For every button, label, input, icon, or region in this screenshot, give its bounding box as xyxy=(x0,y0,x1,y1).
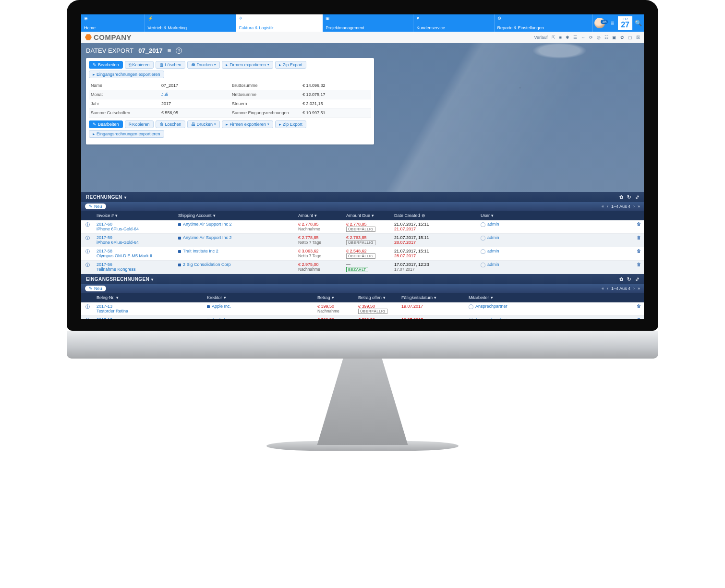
invoice-link[interactable]: 2017-60 xyxy=(97,222,172,227)
invoice-link[interactable]: 2017-59 xyxy=(97,235,172,240)
section-expand-icon[interactable]: ⤢ xyxy=(635,276,639,282)
new-button[interactable]: ✎ Neu xyxy=(85,286,106,291)
invoice-link[interactable]: 2017-56 xyxy=(97,262,172,267)
delete-icon[interactable]: 🗑 xyxy=(631,261,644,274)
table-row[interactable]: ⓘ 2017-58Olympus OM-D E-M5 Mark II Trait… xyxy=(81,247,644,261)
search-icon[interactable]: 🔍 xyxy=(632,14,644,32)
invoice-sub[interactable]: iPhone 6Plus-Gold-64 xyxy=(97,240,172,245)
table-row[interactable]: ⓘ 2017-60iPhone 6Plus-Gold-64 Anytime Ai… xyxy=(81,220,644,234)
info-icon[interactable]: ⓘ xyxy=(81,247,94,260)
table-row[interactable]: ⓘ 2017-59iPhone 6Plus-Gold-64 Anytime Ai… xyxy=(81,234,644,247)
col-offen[interactable]: Betrag offen ▾ xyxy=(355,293,399,302)
kreditor-link[interactable]: Apple Inc. xyxy=(212,317,231,319)
export-firms-button[interactable]: ▸ Firmen exportieren ▾ xyxy=(222,120,273,128)
export-incoming-button[interactable]: ▸ Eingangsrechnungen exportieren xyxy=(89,130,164,138)
invoice-sub[interactable]: iPhone 6Plus-Gold-64 xyxy=(97,227,172,231)
mitarbeiter-link[interactable]: Ansprechpartner xyxy=(469,317,508,319)
tool-refresh-icon[interactable]: ⟳ xyxy=(589,35,593,40)
tool-delete-icon[interactable]: ☒ xyxy=(636,35,640,40)
pager-first-icon[interactable]: « xyxy=(602,204,604,209)
delete-button[interactable]: 🗑 Löschen xyxy=(156,120,185,128)
table-row[interactable]: ⓘ 2017-13Testorder Retina Apple Inc. € 3… xyxy=(81,302,644,316)
chevron-down-icon[interactable]: ▾ xyxy=(124,195,126,200)
nav-tab-projektmanagement[interactable]: ▣Projektmanagement xyxy=(323,14,413,32)
avatar[interactable]: 35 xyxy=(594,18,605,28)
nav-tab-kundenservice[interactable]: ♥Kundenservice xyxy=(413,14,494,32)
section-gear-icon[interactable]: ✿ xyxy=(619,194,623,200)
pager-next-icon[interactable]: › xyxy=(633,286,635,291)
menu-icon[interactable]: ≡ xyxy=(606,14,618,32)
beleg-link[interactable]: 2017-12 xyxy=(97,317,201,319)
col-due[interactable]: Amount Due ▾ xyxy=(343,211,391,220)
tool-pin-icon[interactable]: ⇱ xyxy=(552,35,556,40)
print-button[interactable]: 🖶 Drucken ▾ xyxy=(187,61,220,69)
copy-button[interactable]: ⎘ Kopieren xyxy=(125,61,154,69)
beleg-link[interactable]: 2017-13 xyxy=(97,304,201,309)
pager-first-icon[interactable]: « xyxy=(602,286,604,291)
col-betrag[interactable]: Betrag ▾ xyxy=(314,293,355,302)
nav-tab-faktura-logistik[interactable]: ✈Faktura & Logistik xyxy=(236,14,323,32)
list-icon[interactable]: ≡ xyxy=(168,47,171,54)
user-link[interactable]: admin xyxy=(481,262,499,267)
invoice-sub[interactable]: Olympus OM-D E-M5 Mark II xyxy=(97,253,172,258)
tool-target-icon[interactable]: ◎ xyxy=(597,35,601,40)
zip-export-button[interactable]: ▸ Zip Export xyxy=(275,61,306,69)
tool-user-icon[interactable]: ☰ xyxy=(573,35,577,40)
info-icon[interactable]: ⓘ xyxy=(81,261,94,274)
col-user[interactable]: User ▾ xyxy=(478,211,631,220)
tool-box-icon[interactable]: ▣ xyxy=(612,35,616,40)
table-row[interactable]: ⓘ 2017-56Teilnahme Kongress 2 Big Consol… xyxy=(81,261,644,274)
tool-grid-icon[interactable]: ■ xyxy=(559,35,562,40)
company-logo[interactable]: COMPANY xyxy=(85,33,132,41)
info-icon[interactable]: ⓘ xyxy=(81,234,94,247)
kreditor-link[interactable]: Apple Inc. xyxy=(212,304,231,309)
pager-prev-icon[interactable]: ‹ xyxy=(607,204,608,209)
info-icon[interactable]: ⓘ xyxy=(81,302,94,315)
delete-icon[interactable]: 🗑 xyxy=(631,247,644,260)
tool-gear-icon[interactable]: ✿ xyxy=(620,35,624,40)
user-link[interactable]: admin xyxy=(481,222,499,227)
pager-prev-icon[interactable]: ‹ xyxy=(607,286,608,291)
tool-copy-icon[interactable]: ▢ xyxy=(628,35,632,40)
shipping-link[interactable]: 2 Big Consolidation Corp xyxy=(183,262,231,267)
print-button[interactable]: 🖶 Drucken ▾ xyxy=(187,120,220,128)
invoice-link[interactable]: 2017-58 xyxy=(97,249,172,253)
invoice-sub[interactable]: Teilnahme Kongress xyxy=(97,267,172,272)
nav-tab-vertrieb-marketing[interactable]: ⚡Vertrieb & Marketing xyxy=(145,14,236,32)
col-amount[interactable]: Amount ▾ xyxy=(295,211,343,220)
user-link[interactable]: admin xyxy=(481,249,499,253)
section-gear-icon[interactable]: ✿ xyxy=(619,276,623,282)
edit-button[interactable]: ✎ Bearbeiten xyxy=(89,61,123,69)
chevron-down-icon[interactable]: ▾ xyxy=(151,277,153,282)
nav-tab-home[interactable]: ◉Home xyxy=(81,14,145,32)
shipping-link[interactable]: Anytime Air Support Inc 2 xyxy=(183,222,232,227)
edit-button[interactable]: ✎ Bearbeiten xyxy=(89,120,123,128)
col-shipping[interactable]: Shipping Account ▾ xyxy=(175,211,295,220)
nav-tab-reporte-einstellungen[interactable]: ⚙Reporte & Einstellungen xyxy=(495,14,593,32)
help-icon[interactable]: ? xyxy=(176,48,182,54)
detail-value[interactable]: Juli xyxy=(159,90,230,99)
pager-last-icon[interactable]: » xyxy=(638,204,640,209)
section-refresh-icon[interactable]: ↻ xyxy=(627,194,631,200)
date-widget[interactable]: FR 27 xyxy=(618,16,632,30)
col-fall[interactable]: Fälligkeitsdatum ▾ xyxy=(399,293,466,302)
user-link[interactable]: admin xyxy=(481,235,499,240)
info-icon[interactable]: ⓘ xyxy=(81,316,94,319)
table-row[interactable]: ⓘ 2017-12Testorder Apple Inc. € 399,50Na… xyxy=(81,316,644,319)
beleg-sub[interactable]: Testorder Retina xyxy=(97,309,201,313)
pager-last-icon[interactable]: » xyxy=(638,286,640,291)
delete-icon[interactable]: 🗑 xyxy=(631,220,644,233)
info-icon[interactable]: ⓘ xyxy=(81,220,94,233)
zip-export-button[interactable]: ▸ Zip Export xyxy=(275,120,306,128)
col-beleg[interactable]: Beleg-Nr. ▾ xyxy=(94,293,204,302)
section-expand-icon[interactable]: ⤢ xyxy=(635,194,639,200)
pager-next-icon[interactable]: › xyxy=(633,204,635,209)
col-mitarbeiter[interactable]: Mitarbeiter ▾ xyxy=(466,293,631,302)
tool-star-icon[interactable]: ✱ xyxy=(566,35,569,40)
shipping-link[interactable]: Trait Institute Inc 2 xyxy=(183,249,218,253)
section-refresh-icon[interactable]: ↻ xyxy=(627,276,631,282)
mitarbeiter-link[interactable]: Ansprechpartner xyxy=(469,304,508,309)
col-date[interactable]: Date Created ⊖ xyxy=(391,211,478,220)
export-incoming-button[interactable]: ▸ Eingangsrechnungen exportieren xyxy=(89,71,164,78)
delete-icon[interactable]: 🗑 xyxy=(631,316,644,319)
